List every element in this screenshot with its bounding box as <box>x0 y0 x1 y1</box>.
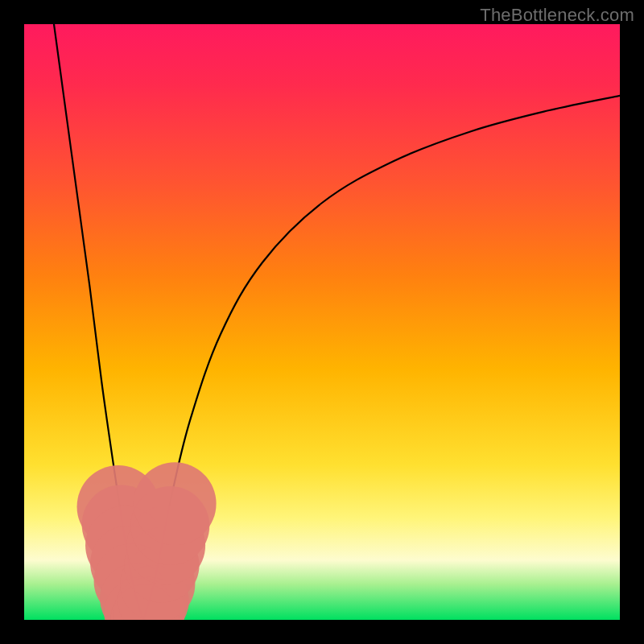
plot-area <box>24 24 620 620</box>
chart-frame: TheBottleneck.com <box>0 0 644 644</box>
chart-svg <box>24 24 620 620</box>
marker-group <box>77 462 217 620</box>
curve-right-branch <box>143 96 620 620</box>
data-marker <box>134 462 217 545</box>
watermark-text: TheBottleneck.com <box>480 5 634 26</box>
